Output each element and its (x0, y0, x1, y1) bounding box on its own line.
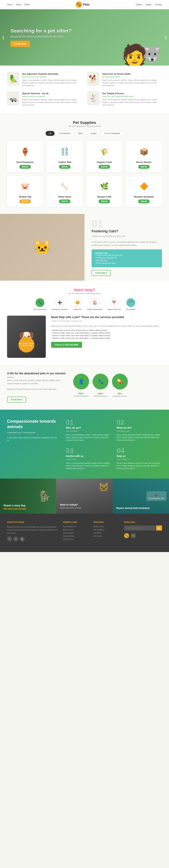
footer-link-1[interactable]: Adopt a Pet (63, 529, 88, 531)
bottom-card-2[interactable]: Report animal bad treatment ➕ Our Emerge… (113, 478, 169, 514)
bottom-card-title-0: Report a stray dog (3, 504, 26, 507)
about-icon-0: 🦜 (7, 72, 19, 86)
nav-about[interactable]: About (16, 3, 21, 6)
nav-left: Home About News (7, 3, 30, 6)
filter-accessories[interactable]: Accessories (56, 131, 74, 136)
product-4[interactable]: 🐷 Rubber Pig $19.00 (7, 176, 43, 207)
product-name-4: Rubber Pig (10, 195, 40, 198)
help-text: Need Help with a pet? These are the serv… (51, 316, 159, 348)
footer-link-2[interactable]: Testimonials (63, 532, 88, 534)
nav-contact[interactable]: Contact (155, 3, 162, 6)
footer-helpful-title: Helpful Links (63, 521, 88, 523)
product-name-6: Stewart Little (89, 195, 120, 198)
filter-all[interactable]: All (46, 131, 55, 136)
service-icon-5: ✂️ (126, 298, 135, 307)
help-list: Simple body must be done at this point, … (51, 329, 159, 339)
stat-icon-0: 👤 (73, 374, 89, 390)
about-sub-1: full trained and certified (102, 76, 162, 78)
stat-1: 🐾 1500+ Animals Rescued (93, 374, 108, 397)
product-0[interactable]: 🏺 Food Dispenser $38.00 (7, 141, 43, 172)
footer-link-3[interactable]: News & Blog (63, 535, 88, 537)
footer-grid: About Pet Shop Simply dummy text of the … (7, 521, 162, 541)
product-icon-2: 🌾 (97, 145, 111, 159)
filter-belts[interactable]: Belts (75, 131, 86, 136)
footer-overview-3[interactable]: Pet Cares (93, 535, 119, 537)
compassionate-left: Compassionate towards animals simple wit… (7, 418, 59, 444)
help-list-0: Simple body must be done at this point, … (51, 329, 159, 331)
service-0[interactable]: 🐾 Pet Lost Service (34, 298, 47, 310)
fostering-section: 🐱 01 Fostering Cats? Things to know befo… (0, 214, 169, 281)
mission-left: A life for the abandoned pets is our mis… (7, 372, 66, 403)
product-2[interactable]: 🌾 Organic Food $18.00 (86, 141, 122, 172)
subscribe-email-input[interactable] (124, 525, 156, 531)
social-icons: f t g (7, 536, 58, 541)
checklist-list: Things you'll need for your cat Things y… (95, 254, 159, 264)
service-label-1: Emergency Services (52, 308, 68, 310)
subscribe-submit-button[interactable]: ▶ (156, 525, 162, 531)
social-google-icon[interactable]: g (20, 536, 25, 541)
nav-right: Gallery Pages Contact (136, 3, 162, 6)
product-5[interactable]: 🦴 Ruber Bone $20.00 (47, 176, 83, 207)
about-item-1: 🐕 About Our In-house Staffs full trained… (87, 72, 162, 87)
fostering-subtitle: Things to know before you get a cat (91, 235, 162, 238)
social-facebook-icon[interactable]: f (7, 536, 12, 541)
call-button[interactable]: Call us @ 555-334-5666 (51, 342, 82, 348)
footer-wwf-logo: 🌿 (131, 533, 136, 538)
who-num-2: 03 (66, 447, 111, 455)
social-twitter-icon[interactable]: t (13, 536, 18, 541)
supplies-heading: Pet Supplies (7, 120, 162, 125)
checklist-title: Checklist title (95, 252, 108, 254)
fostering-number: 01 (91, 219, 162, 229)
footer-overview-2[interactable]: Our Blog (93, 532, 119, 534)
filter-cages[interactable]: Cages (87, 131, 100, 136)
service-1[interactable]: ➕ Emergency Services (52, 298, 68, 310)
supplies-subtitle: we are expertise in following areas (7, 125, 162, 127)
who-text-1: Donec a ante dignissim porttitor. Intege… (116, 434, 162, 441)
filter-food[interactable]: Food Containers (101, 131, 123, 136)
bottom-card-0[interactable]: 🐕 Report a stray dog 002 333 5116 Pet Ne… (0, 478, 56, 514)
about-item-3: 🐇 Our Simple Process Adopt, Buy, get Tra… (87, 92, 162, 106)
about-text-2: Special Services - we do Special service… (22, 92, 82, 106)
logo[interactable]: 🐾 Pets (76, 1, 90, 8)
hero-cta-button[interactable]: Order Now (10, 41, 30, 47)
who-3: 04 Help us if you Provide Us Donec a ant… (116, 447, 162, 470)
hero-section: ❮ Searching for a pet sitter? We got all… (0, 9, 169, 66)
who-text-2: Donec a ante dignissim porttitor. Intege… (66, 462, 111, 470)
bottom-card-1[interactable]: 🐱 Want to Adopt? Lorem ipsum dolor sit a… (56, 478, 113, 514)
about-desc-1: Donec a ante dignissim porttitor. Intege… (102, 79, 162, 87)
nav-news[interactable]: News (25, 3, 30, 6)
footer-overview-1[interactable]: Pet Supplies (93, 529, 119, 531)
product-name-2: Organic Food (89, 161, 120, 163)
product-3[interactable]: 📦 Bunco Beams $42.00 (126, 141, 162, 172)
about-grid: 🦜 Our Approach Towards Humanity click th… (7, 72, 162, 106)
product-6[interactable]: 🌿 Stewart Little $28.00 (86, 176, 122, 207)
supplies-title: Pet Supplies we are expertise in followi… (7, 120, 162, 127)
footer-overview-0[interactable]: Adopt a Pet (93, 525, 119, 528)
footer-link-0[interactable]: Pet References (63, 525, 88, 528)
stat-num-0: 2600+ (73, 391, 89, 395)
hero-next-arrow[interactable]: ❯ (164, 35, 167, 39)
help-main-title: Need Help with a pet? These are the serv… (51, 316, 159, 319)
product-icon-0: 🏺 (18, 145, 32, 159)
nav-pages[interactable]: Pages (146, 3, 151, 6)
product-price-3: $42.00 (138, 165, 150, 169)
product-price-0: $38.00 (19, 165, 31, 169)
nav-gallery[interactable]: Gallery (136, 3, 142, 6)
bottom-card-title-2: Report animal bad treatment (116, 507, 150, 509)
nav-home[interactable]: Home (7, 3, 13, 6)
product-name-3: Bunco Beams (129, 161, 159, 163)
service-2[interactable]: 😊 Adopt Pet (73, 298, 82, 310)
about-item-2: 🦡 Special Services - we do Special servi… (7, 92, 82, 106)
hero-title: Searching for a pet sitter? (10, 28, 72, 34)
product-icon-7: 🔶 (137, 179, 151, 193)
product-1[interactable]: ⛓️ Leather Belt $26.00 (47, 141, 83, 172)
fostering-know-more-button[interactable]: Know More (91, 270, 111, 276)
mission-know-more-button[interactable]: Know More (7, 397, 26, 403)
footer-link-4[interactable]: Help for Pet (63, 538, 88, 540)
product-7[interactable]: 🔶 Wooden Dumbells $33.00 (126, 176, 162, 207)
bottom-card-content-0: Report a stray dog 002 333 5116 Pet Net (0, 500, 30, 514)
fostering-text1: Lorem ipsum dolor sit amet, consectetur … (91, 241, 162, 247)
service-4[interactable]: 🐕 Report Stray Pet (108, 298, 121, 310)
service-3[interactable]: 🏠 Report Harassment (87, 298, 103, 310)
service-5[interactable]: ✂️ Pet Handler (126, 298, 135, 310)
